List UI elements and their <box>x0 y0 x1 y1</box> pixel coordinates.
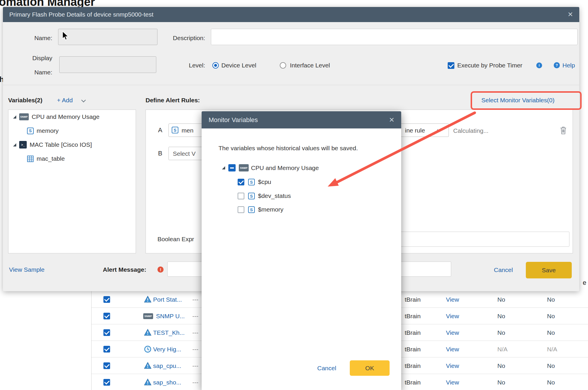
trash-icon[interactable] <box>560 126 567 135</box>
interface-level-radio[interactable] <box>280 62 286 69</box>
flag-2: No <box>547 374 555 390</box>
interface-level-option[interactable]: Interface Level <box>290 61 330 69</box>
probe-name-link[interactable]: SNMP U... <box>156 308 185 324</box>
view-link[interactable]: View <box>446 357 459 374</box>
probe-separator: --- <box>192 308 198 324</box>
table-variable-icon <box>27 155 34 162</box>
flag-2: No <box>547 324 555 341</box>
view-link[interactable]: View <box>446 341 459 357</box>
owner-fragment: tBrain <box>405 308 421 324</box>
info-icon[interactable]: i <box>536 62 542 68</box>
help-link[interactable]: Help <box>562 61 575 69</box>
flag-1: No <box>497 357 505 374</box>
expander-icon[interactable] <box>222 166 225 169</box>
owner-fragment: tBrain <box>405 291 421 308</box>
alert-message-label: Alert Message: <box>103 266 146 274</box>
probe-name-link[interactable]: sap_cpu... <box>153 357 181 374</box>
probe-separator: --- <box>192 357 198 374</box>
view-link[interactable]: View <box>446 308 459 324</box>
display-name-label-line2: Name: <box>17 68 52 76</box>
save-button[interactable]: Save <box>526 262 572 278</box>
ok-button[interactable]: OK <box>350 360 390 376</box>
calculating-status: Calculating... <box>453 127 488 135</box>
level-label: Level: <box>171 61 205 69</box>
rule-row-a-label: A <box>158 126 162 134</box>
probe-name-link[interactable]: Port Stat... <box>153 291 182 308</box>
probe-separator: --- <box>192 341 198 357</box>
row-checkbox[interactable] <box>103 346 110 353</box>
help-icon[interactable]: ? <box>554 62 560 68</box>
form-divider <box>3 85 579 85</box>
owner-fragment: tBrain <box>405 341 421 357</box>
view-link[interactable]: View <box>446 374 459 390</box>
expander-icon[interactable] <box>13 115 16 119</box>
tree-item-label[interactable]: MAC Table [Cisco IOS] <box>30 141 92 148</box>
name-input[interactable] <box>58 29 157 45</box>
string-variable-icon: S <box>27 128 34 134</box>
add-variable-button[interactable]: + Add <box>57 96 73 104</box>
tree-item-group[interactable]: SNMP CPU and Memory Usage <box>8 113 136 121</box>
flag-2: No <box>547 357 555 374</box>
chevron-down-icon[interactable] <box>81 98 86 103</box>
variable-checkbox[interactable] <box>238 179 244 185</box>
row-checkbox[interactable] <box>103 329 110 336</box>
snmp-icon: SNMP <box>143 313 153 319</box>
variable-label[interactable]: $dev_status <box>258 192 291 200</box>
group-label[interactable]: CPU and Memory Usage <box>251 164 319 172</box>
execute-by-probe-timer-checkbox[interactable] <box>448 62 454 69</box>
flag-2: No <box>547 291 555 308</box>
group-checkbox-indeterminate[interactable] <box>228 164 236 171</box>
string-variable-icon: S <box>248 193 255 199</box>
tree-item-label[interactable]: mac_table <box>37 155 65 162</box>
probe-name-link[interactable]: sap_sho... <box>153 374 181 390</box>
view-link[interactable]: View <box>446 291 459 308</box>
variable-checkbox[interactable] <box>238 206 244 213</box>
select-monitor-variables-link[interactable]: Select Monitor Variables(0) <box>481 96 555 104</box>
flag-1: N/A <box>497 341 508 357</box>
rule-row-b-label: B <box>158 149 162 158</box>
view-sample-link[interactable]: View Sample <box>9 266 44 274</box>
owner-fragment: tBrain <box>405 357 421 374</box>
probe-name-link[interactable]: Very Hig... <box>153 341 181 357</box>
row-checkbox[interactable] <box>103 379 110 386</box>
close-icon[interactable]: × <box>568 7 573 22</box>
description-input[interactable] <box>211 29 578 45</box>
boolean-expression-label: Boolean Expr <box>157 235 194 243</box>
dialog-description: The variables whose historical values wi… <box>218 144 358 152</box>
rule-type-value-fragment: ine rule <box>405 124 425 137</box>
cancel-button[interactable]: Cancel <box>494 266 513 274</box>
owner-fragment: tBrain <box>405 374 421 390</box>
execute-by-probe-timer-label: Execute by Probe Timer <box>457 61 522 69</box>
variable-label[interactable]: $memory <box>258 205 284 214</box>
device-level-option[interactable]: Device Level <box>221 61 256 69</box>
tree-item-label[interactable]: CPU and Memory Usage <box>32 113 99 120</box>
cancel-button[interactable]: Cancel <box>317 364 336 372</box>
row-checkbox[interactable] <box>103 313 110 319</box>
device-level-radio[interactable] <box>212 62 219 69</box>
probe-separator: --- <box>192 291 198 308</box>
flag-1: No <box>497 324 505 341</box>
dialog-title: Primary Flash Probe Details of device sn… <box>9 7 153 22</box>
expander-icon[interactable] <box>13 143 16 146</box>
tree-item-group[interactable]: >_ MAC Table [Cisco IOS] <box>8 141 136 149</box>
rule-b-placeholder: Select V <box>173 147 196 160</box>
variable-checkbox[interactable] <box>238 193 244 199</box>
row-checkbox[interactable] <box>103 362 110 369</box>
tree-item-variable[interactable]: mac_table <box>8 155 136 163</box>
variable-label[interactable]: $cpu <box>258 178 271 186</box>
snmp-icon: SNMP <box>19 113 29 120</box>
display-name-input[interactable] <box>59 56 156 73</box>
rule-a-value: men <box>182 124 193 137</box>
close-icon[interactable]: × <box>389 111 394 128</box>
row-checkbox[interactable] <box>103 296 110 303</box>
probe-icon <box>144 329 151 336</box>
background-text-fragment-right: e <box>583 279 586 287</box>
view-link[interactable]: View <box>446 324 459 341</box>
tree-item-label[interactable]: memory <box>37 127 59 134</box>
tree-item-variable[interactable]: S memory <box>8 127 136 135</box>
variables-tree-panel: SNMP CPU and Memory Usage S memory >_ MA… <box>8 110 136 253</box>
alert-required-icon: ! <box>157 266 164 273</box>
monitor-variables-dialog: Monitor Variables × The variables whose … <box>202 111 401 390</box>
probe-name-link[interactable]: TEST_Kh... <box>153 324 185 341</box>
snmp-icon: SNMP <box>239 164 249 171</box>
